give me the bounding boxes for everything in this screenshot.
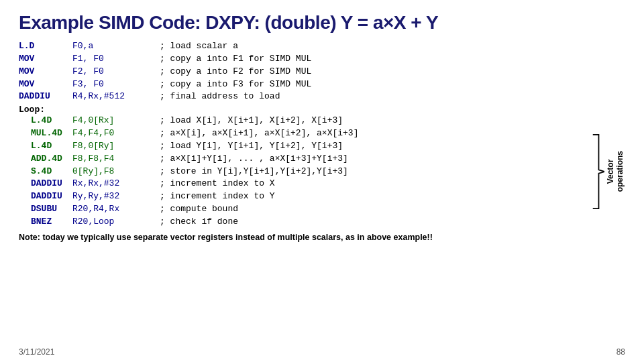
comment: ; increment index to Y	[160, 190, 275, 203]
pre-loop-line: MOVF3, F0; copy a into F3 for SIMD MUL	[19, 78, 625, 91]
instruction: L.4D	[19, 140, 72, 153]
footer-date: 3/11/2021	[19, 347, 54, 357]
operand: F2, F0	[72, 66, 160, 78]
comment: ; increment index to X	[160, 178, 275, 190]
slide: Example SIMD Code: DXPY: (double) Y = a×…	[0, 0, 644, 362]
comment: ; final address to load	[160, 90, 280, 103]
loop-line: DSUBUR20,R4,Rx; compute bound	[19, 203, 588, 216]
loop-line: L.4DF4,0[Rx]; load X[i], X[i+1], X[i+2],…	[19, 115, 588, 127]
slide-title: Example SIMD Code: DXPY: (double) Y = a×…	[19, 12, 625, 34]
pre-loop-line: MOVF2, F0; copy a into F2 for SIMD MUL	[19, 66, 625, 78]
instruction: L.D	[19, 40, 72, 53]
instruction: MOV	[19, 78, 72, 91]
loop-line: L.4DF8,0[Ry]; load Y[i], Y[i+1], Y[i+2],…	[19, 140, 588, 153]
vector-brace-svg	[592, 128, 604, 215]
operand: F1, F0	[72, 53, 160, 66]
pre-loop-line: L.DF0,a; load scalar a	[19, 40, 625, 53]
pre-loop-line: DADDIUR4,Rx,#512; final address to load	[19, 90, 625, 103]
instruction: L.4D	[19, 115, 72, 127]
instruction: MOV	[19, 53, 72, 66]
instruction: S.4D	[19, 166, 72, 178]
instruction: BNEZ	[19, 216, 72, 229]
operand: F8,0[Ry]	[72, 140, 160, 153]
comment: ; store in Y[i],Y[i+1],Y[i+2],Y[i+3]	[160, 166, 348, 178]
comment: ; copy a into F1 for SIMD MUL	[160, 53, 311, 66]
instruction: MUL.4D	[19, 127, 72, 140]
instruction: DADDIU	[19, 190, 72, 203]
pre-loop-code: L.DF0,a; load scalar aMOVF1, F0; copy a …	[19, 40, 625, 103]
comment: ; load scalar a	[160, 40, 238, 53]
operand: F0,a	[72, 40, 160, 53]
comment: ; a×X[i], a×X[i+1], a×X[i+2], a×X[i+3]	[160, 127, 358, 140]
instruction: DADDIU	[19, 90, 72, 103]
instruction: ADD.4D	[19, 153, 72, 166]
loop-line: MUL.4DF4,F4,F0; a×X[i], a×X[i+1], a×X[i+…	[19, 127, 588, 140]
operand: F4,0[Rx]	[72, 115, 160, 127]
loop-label: Loop:	[19, 105, 625, 115]
operand: F3, F0	[72, 78, 160, 91]
operand: R20,Loop	[72, 216, 160, 229]
operand: Ry,Ry,#32	[72, 190, 160, 203]
operand: 0[Ry],F8	[72, 166, 160, 178]
instruction: MOV	[19, 66, 72, 78]
loop-line: BNEZR20,Loop; check if done	[19, 216, 588, 229]
operand: R4,Rx,#512	[72, 90, 160, 103]
loop-line: DADDIURy,Ry,#32; increment index to Y	[19, 190, 588, 203]
operand: F8,F8,F4	[72, 153, 160, 166]
note-text: Note: today we typically use separate ve…	[19, 233, 625, 242]
comment: ; copy a into F2 for SIMD MUL	[160, 66, 311, 78]
comment: ; copy a into F3 for SIMD MUL	[160, 78, 311, 91]
loop-line: S.4D0[Ry],F8; store in Y[i],Y[i+1],Y[i+2…	[19, 166, 588, 178]
comment: ; check if done	[160, 216, 238, 229]
vector-operations-label: Vectoroperations	[606, 151, 625, 192]
page-number: 88	[616, 347, 625, 357]
comment: ; a×X[i]+Y[i], ... , a×X[i+3]+Y[i+3]	[160, 153, 348, 166]
operand: R20,R4,Rx	[72, 203, 160, 216]
comment: ; load X[i], X[i+1], X[i+2], X[i+3]	[160, 115, 343, 127]
operand: Rx,Rx,#32	[72, 178, 160, 190]
loop-line: DADDIURx,Rx,#32; increment index to X	[19, 178, 588, 190]
pre-loop-line: MOVF1, F0; copy a into F1 for SIMD MUL	[19, 53, 625, 66]
operand: F4,F4,F0	[72, 127, 160, 140]
instruction: DSUBU	[19, 203, 72, 216]
instruction: DADDIU	[19, 178, 72, 190]
loop-code: L.4DF4,0[Rx]; load X[i], X[i+1], X[i+2],…	[19, 115, 588, 229]
comment: ; load Y[i], Y[i+1], Y[i+2], Y[i+3]	[160, 140, 343, 153]
comment: ; compute bound	[160, 203, 238, 216]
loop-line: ADD.4DF8,F8,F4; a×X[i]+Y[i], ... , a×X[i…	[19, 153, 588, 166]
